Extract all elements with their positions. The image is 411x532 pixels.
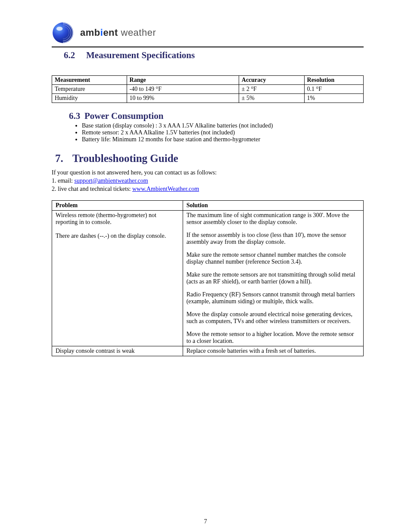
list-item: Base station (display console) : 3 x AAA…: [82, 122, 364, 129]
solution-para: Make sure the remote sensor channel numb…: [187, 252, 360, 265]
spec-header: Measurement: [52, 76, 127, 85]
note-text: If your question is not answered here, y…: [52, 169, 217, 176]
note-label: email:: [58, 177, 75, 184]
troubleshooting-table: Problem Solution Wireless remote (thermo…: [52, 200, 364, 356]
trouble-header-problem: Problem: [52, 200, 183, 210]
spec-cell: 10 to 99%: [127, 94, 239, 103]
problem-cell: Display console contrast is weak: [52, 346, 183, 356]
heading-6-3: 6.3 Power Consumption: [52, 111, 364, 121]
list-item: Remote sensor: 2 x AAA Alkaline 1.5V bat…: [82, 129, 364, 136]
section-number: 6.3: [69, 111, 84, 121]
spec-cell: ± 5%: [239, 94, 304, 103]
website-link[interactable]: www.AmbientWeather.com: [132, 186, 199, 192]
document-header: ambient weather: [52, 22, 364, 47]
table-row: Wireless remote (thermo-hygrometer) not …: [52, 210, 364, 346]
trouble-header-solution: Solution: [183, 200, 363, 210]
solution-cell: The maximum line of sight communication …: [183, 210, 363, 346]
email-link[interactable]: support@ambientweather.com: [75, 177, 148, 184]
section-title: Power Consumption: [84, 111, 163, 121]
table-row: Temperature -40 to 149 °F ± 2 °F 0.1 °F: [52, 85, 364, 94]
solution-para: Move the display console around electric…: [187, 311, 360, 325]
contact-note: If your question is not answered here, y…: [52, 169, 364, 193]
heading-7: 7. Troubleshooting Guide: [52, 152, 364, 165]
section-number: 6.2: [64, 50, 86, 61]
spec-table: Measurement Range Accuracy Resolution Te…: [52, 75, 364, 103]
solution-para: Move the remote sensor to a higher locat…: [187, 331, 360, 345]
spec-cell: Temperature: [52, 85, 127, 94]
spec-header: Range: [127, 76, 239, 85]
spec-cell: 0.1 °F: [304, 85, 363, 94]
spec-cell: -40 to 149 °F: [127, 85, 239, 94]
spec-header: Accuracy: [239, 76, 304, 85]
section-title: Measurement Specifications: [86, 50, 195, 61]
solution-para: If the sensor assembly is too close (les…: [187, 232, 360, 246]
list-item: Battery life: Minimum 12 months for base…: [82, 136, 364, 143]
problem-cell: Wireless remote (thermo-hygrometer) not …: [52, 210, 183, 346]
spec-cell: ± 2 °F: [239, 85, 304, 94]
solution-para: Replace console batteries with a fresh s…: [187, 348, 360, 355]
solution-para: The maximum line of sight communication …: [187, 212, 360, 226]
table-row: Humidity 10 to 99% ± 5% 1%: [52, 94, 364, 103]
svg-point-1: [56, 27, 63, 31]
section-title: Troubleshooting Guide: [72, 152, 178, 165]
power-list: Base station (display console) : 3 x AAA…: [82, 122, 364, 143]
page-number: 7: [0, 518, 411, 525]
solution-cell: Replace console batteries with a fresh s…: [183, 346, 363, 356]
section-number: 7.: [55, 152, 72, 165]
heading-6-2: 6.2 Measurement Specifications: [52, 50, 364, 61]
solution-para: Make sure the remote sensors are not tra…: [187, 271, 360, 285]
spec-header: Resolution: [304, 76, 363, 85]
table-row: Display console contrast is weak Replace…: [52, 346, 364, 356]
spec-cell: Humidity: [52, 94, 127, 103]
brand-text: ambient weather: [80, 27, 156, 38]
spec-cell: 1%: [304, 94, 363, 103]
solution-para: Radio Frequency (RF) Sensors cannot tran…: [187, 291, 360, 305]
ambient-logo-icon: [52, 22, 74, 44]
note-label: live chat and technical tickets:: [58, 186, 132, 192]
